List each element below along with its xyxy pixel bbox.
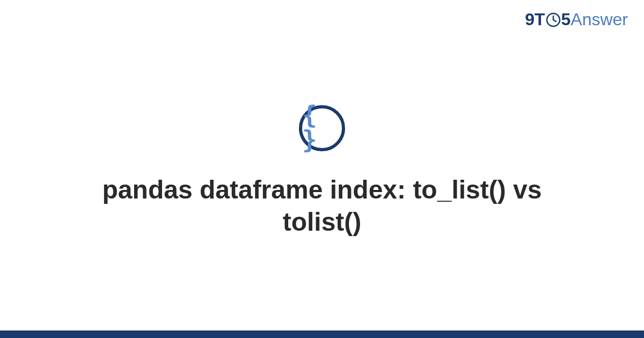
footer-accent-bar [0,330,644,338]
braces-glyph: { } [302,102,342,152]
page-title: pandas dataframe index: to_list() vs tol… [64,174,580,238]
hero-content: { } pandas dataframe index: to_list() vs… [0,0,644,338]
code-braces-icon: { } [299,105,345,151]
